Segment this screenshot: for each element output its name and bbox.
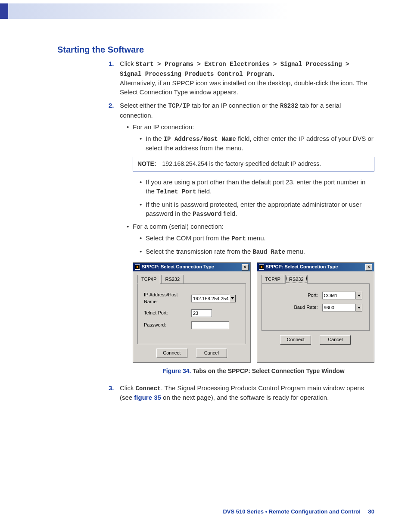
comm-bullet-1: Select the COM port from the Port menu. xyxy=(146,233,374,243)
page-footer: DVS 510 Series • Remote Configuration an… xyxy=(223,508,374,515)
tab-rs232[interactable]: RS232 xyxy=(161,275,184,284)
dialog-titlebar: SPPCP: Select Connection Type × xyxy=(257,263,374,271)
label-ip: IP Address/Host Name: xyxy=(144,292,191,305)
step-1-menu-path: Start > Programs > Extron Electronics > … xyxy=(120,61,349,78)
figure-number: Figure 34. xyxy=(162,367,193,374)
figure-35-link[interactable]: figure 35 xyxy=(134,394,161,401)
tab-rs232[interactable]: RS232 xyxy=(285,275,308,284)
step-1-alt: Alternatively, if an SPPCP icon was inst… xyxy=(120,79,367,96)
note-box: NOTE:192.168.254.254 is the factory-spec… xyxy=(133,157,374,171)
step-2-number: 2. xyxy=(109,101,114,110)
app-icon xyxy=(259,264,264,270)
section-heading: Starting the Software xyxy=(57,45,374,55)
label-baud: Baud Rate: xyxy=(292,304,318,311)
dialog-tcpip: SPPCP: Select Connection Type × TCP/IP R… xyxy=(133,262,251,363)
chevron-down-icon[interactable] xyxy=(356,304,362,311)
ip-bullet-3: If the unit is password protected, enter… xyxy=(146,200,374,219)
label-telnet: Telnet Port: xyxy=(144,310,191,316)
chevron-down-icon[interactable] xyxy=(356,292,362,299)
telnet-input[interactable]: 23 xyxy=(191,309,212,317)
ip-connection-lead: For an IP connection: xyxy=(133,122,374,131)
page-number: 80 xyxy=(368,508,374,515)
dialog-rs232: SPPCP: Select Connection Type × TCP/IP R… xyxy=(257,262,375,363)
cancel-button[interactable]: Cancel xyxy=(196,348,227,358)
svg-marker-0 xyxy=(231,297,234,299)
chevron-down-icon[interactable] xyxy=(229,295,236,302)
figure-caption: Figure 34. Tabs on the SPPCP: Select Con… xyxy=(133,367,374,376)
footer-title: DVS 510 Series • Remote Configuration an… xyxy=(223,508,361,515)
app-icon xyxy=(135,264,140,270)
close-icon[interactable]: × xyxy=(242,264,249,271)
label-password: Password: xyxy=(144,322,191,328)
header-gradient xyxy=(0,0,411,19)
ip-input[interactable]: 192.168.254.254 xyxy=(191,295,229,302)
ip-bullet-1: In the IP Address/Host Name field, eithe… xyxy=(146,134,374,153)
figure-text: Tabs on the SPPCP: Select Connection Typ… xyxy=(193,367,345,374)
password-input[interactable] xyxy=(191,321,229,329)
comm-bullet-2: Select the transmission rate from the Ba… xyxy=(146,247,374,257)
cancel-button[interactable]: Cancel xyxy=(320,335,351,345)
baud-select[interactable]: 9600 xyxy=(322,304,356,311)
svg-marker-1 xyxy=(358,295,361,297)
step-1: 1. Click Start > Programs > Extron Elect… xyxy=(120,59,374,96)
dialog-title: SPPCP: Select Connection Type xyxy=(142,264,214,270)
tab-tcpip[interactable]: TCP/IP xyxy=(262,275,284,284)
step-3: 3. Click Connect. The Signal Processing … xyxy=(120,383,374,402)
note-text: 192.168.254.254 is the factory-specified… xyxy=(162,160,321,167)
comm-connection-lead: For a comm (serial) connection: xyxy=(133,222,374,231)
close-icon[interactable]: × xyxy=(365,264,372,271)
connect-button[interactable]: Connect xyxy=(280,335,311,345)
figure-34-dialogs: SPPCP: Select Connection Type × TCP/IP R… xyxy=(133,262,374,363)
ip-bullet-2: If you are using a port other than the d… xyxy=(146,177,374,196)
connect-button[interactable]: Connect xyxy=(156,348,187,358)
port-select[interactable]: COM1 xyxy=(322,292,356,299)
step-2: 2. Select either the TCP/IP tab for an I… xyxy=(120,101,374,375)
label-port: Port: xyxy=(292,292,318,299)
tab-tcpip[interactable]: TCP/IP xyxy=(137,275,160,284)
dialog-title: SPPCP: Select Connection Type xyxy=(266,264,338,270)
note-label: NOTE: xyxy=(137,160,156,167)
step-1-number: 1. xyxy=(109,59,114,68)
dialog-titlebar: SPPCP: Select Connection Type × xyxy=(133,263,250,271)
step-1-lead: Click xyxy=(120,60,136,67)
svg-marker-2 xyxy=(358,307,361,309)
step-3-number: 3. xyxy=(109,383,114,392)
